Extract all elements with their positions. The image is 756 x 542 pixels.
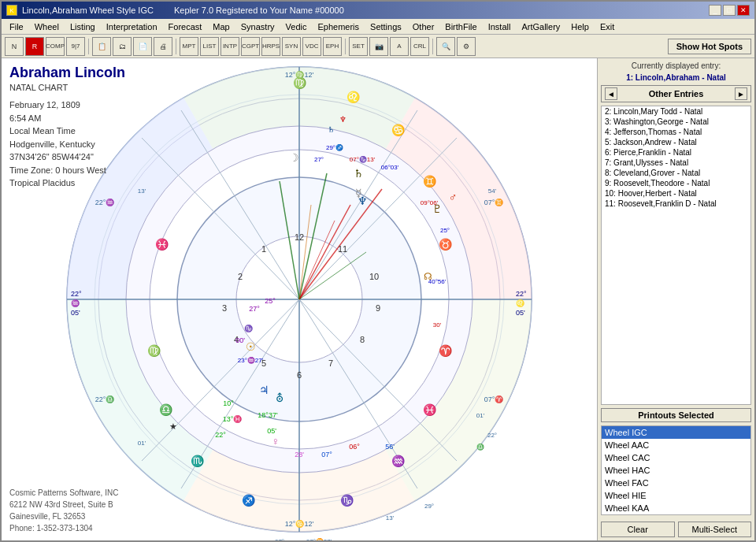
toolbar-97[interactable]: 9|7 (66, 37, 85, 56)
toolbar-d4[interactable]: CRL (410, 37, 429, 56)
svg-text:54': 54' (488, 187, 497, 195)
entry-item[interactable]: 5: Jackson,Andrew - Natal (602, 137, 750, 147)
toolbar-c2[interactable]: LIST (200, 37, 219, 56)
entry-item[interactable]: 8: Cleveland,Grover - Natal (602, 168, 750, 178)
svg-text:♍: ♍ (147, 344, 161, 358)
svg-text:12: 12 (295, 232, 304, 242)
chart-location: Hodgenville, Kentucky (9, 138, 125, 151)
menu-artgallery[interactable]: ArtGallery (517, 20, 565, 33)
chart-type: NATAL CHART (9, 83, 125, 92)
svg-text:07°♑13': 07°♑13' (350, 155, 376, 163)
printout-wheel-aac[interactable]: Wheel AAC (602, 439, 750, 451)
toolbar-d1[interactable]: SET (349, 37, 368, 56)
menu-interpretation[interactable]: Interpretation (102, 20, 162, 33)
svg-text:29°: 29° (424, 503, 434, 510)
svg-text:13': 13' (138, 187, 146, 195)
printout-wheel-hie[interactable]: Wheel HIE (602, 489, 750, 502)
multiselect-button[interactable]: Multi-Select (678, 522, 752, 537)
toolbar-search[interactable]: 🔍 (436, 37, 455, 56)
toolbar-b2[interactable]: 🗂 (113, 37, 132, 56)
toolbar-c4[interactable]: CGPT (241, 37, 260, 56)
maximize-button[interactable]: □ (723, 5, 736, 16)
entry-item[interactable]: 3: Washington,George - Natal (602, 117, 750, 127)
menu-ephemeris[interactable]: Ephemeris (313, 20, 364, 33)
svg-text:05': 05' (516, 309, 525, 317)
svg-text:♓: ♓ (155, 238, 169, 251)
toolbar-c8[interactable]: EPH (323, 37, 342, 56)
entry-item[interactable]: 10: Hoover,Herbert - Natal (602, 188, 750, 199)
toolbar-d3[interactable]: A (390, 37, 409, 56)
toolbar-b3[interactable]: 📄 (133, 37, 152, 56)
toolbar-c7[interactable]: VDC (302, 37, 321, 56)
chart-date: February 12, 1809 (9, 98, 125, 112)
menu-install[interactable]: Install (484, 20, 516, 33)
entry-item[interactable]: 4: Jefferson,Thomas - Natal (602, 127, 750, 137)
menu-wheel[interactable]: Wheel (30, 20, 64, 33)
toolbar-b1[interactable]: 📋 (92, 37, 111, 56)
entry-item[interactable]: 11: Roosevelt,Franklin D - Natal (602, 199, 750, 209)
menu-synastry[interactable]: Synastry (236, 20, 280, 33)
svg-text:56': 56' (385, 443, 395, 451)
toolbar-comp[interactable]: COMP (46, 37, 65, 56)
minimize-button[interactable]: _ (709, 5, 721, 16)
svg-text:♆: ♆ (358, 195, 368, 207)
entries-list[interactable]: 2: Lincoln,Mary Todd - Natal 3: Washingt… (601, 106, 751, 405)
svg-text:♎: ♎ (476, 443, 484, 451)
entries-prev-button[interactable]: ◄ (605, 87, 617, 100)
toolbar-c5[interactable]: HRPS (261, 37, 280, 56)
toolbar-e1[interactable]: ⚙ (457, 37, 476, 56)
svg-text:22°♎: 22°♎ (95, 395, 116, 404)
menu-other[interactable]: Other (408, 20, 439, 33)
toolbar-c3[interactable]: INTP (220, 37, 239, 56)
entry-item[interactable]: 9: Roosevelt,Theodore - Natal (602, 178, 750, 188)
svg-text:22°♒: 22°♒ (95, 198, 116, 207)
menu-exit[interactable]: Exit (595, 20, 619, 33)
toolbar-d2[interactable]: 📷 (369, 37, 388, 56)
entry-item[interactable]: 7: Grant,Ulysses - Natal (602, 158, 750, 168)
toolbar-b4[interactable]: 🖨 (154, 37, 172, 56)
svg-text:05': 05' (267, 427, 276, 435)
printout-wheel-hac[interactable]: Wheel HAC (602, 464, 750, 477)
toolbar-c6[interactable]: SYN (282, 37, 301, 56)
clear-button[interactable]: Clear (601, 522, 675, 537)
close-button[interactable]: ✕ (737, 5, 750, 16)
toolbar-c1[interactable]: MPT (180, 37, 198, 56)
menu-map[interactable]: Map (208, 20, 234, 33)
window-subtitle: Kepler 7.0 Registered to Your Name #0000… (174, 6, 344, 15)
printout-wheel-fac[interactable]: Wheel FAC (602, 477, 750, 489)
toolbar-sep3 (345, 39, 346, 54)
svg-text:25°: 25° (440, 227, 450, 234)
entry-item[interactable]: 6: Pierce,Franklin - Natal (602, 147, 750, 158)
printout-wheel-cac[interactable]: Wheel CAC (602, 451, 750, 464)
toolbar-open[interactable]: R (25, 37, 44, 56)
printout-wheel-igc[interactable]: Wheel IGC (602, 426, 750, 439)
hotspot-button[interactable]: Show Hot Spots (668, 39, 751, 54)
svg-text:28': 28' (295, 451, 304, 458)
menu-birthfile[interactable]: BirthFile (440, 20, 481, 33)
entries-next-button[interactable]: ► (735, 87, 747, 100)
svg-text:♄: ♄ (328, 125, 335, 134)
menu-listing[interactable]: Listing (65, 20, 100, 33)
menu-help[interactable]: Help (566, 20, 594, 33)
printout-wheel-kaa[interactable]: Wheel KAA (602, 502, 750, 514)
menu-file[interactable]: File (5, 20, 28, 33)
svg-text:♑: ♑ (340, 494, 354, 507)
other-entries-label: Other Entries (649, 89, 704, 98)
svg-text:⛢: ⛢ (276, 392, 284, 404)
astrology-wheel: 12 11 10 9 8 7 6 5 4 3 2 1 ♍ ♌ ♋ (51, 58, 547, 540)
entry-item[interactable]: 2: Lincoln,Mary Todd - Natal (602, 106, 750, 117)
menu-vedic[interactable]: Vedic (281, 20, 312, 33)
svg-text:8: 8 (360, 335, 365, 344)
menu-forecast[interactable]: Forecast (164, 20, 207, 33)
svg-text:☊: ☊ (424, 271, 432, 282)
toolbar-sep2 (176, 39, 176, 54)
svg-text:06°: 06° (349, 443, 360, 451)
toolbar-new[interactable]: N (5, 37, 24, 56)
current-entry-label: Currently displayed entry: (601, 61, 751, 70)
current-entry-value: 1: Lincoln,Abraham - Natal (601, 73, 751, 82)
toolbar-sep4 (432, 39, 433, 54)
svg-text:22°: 22° (516, 290, 527, 298)
window-title: Lincoln,Abraham Wheel Style IGC (22, 6, 154, 15)
svg-text:29°♐: 29°♐ (326, 143, 343, 151)
menu-settings[interactable]: Settings (365, 20, 406, 33)
